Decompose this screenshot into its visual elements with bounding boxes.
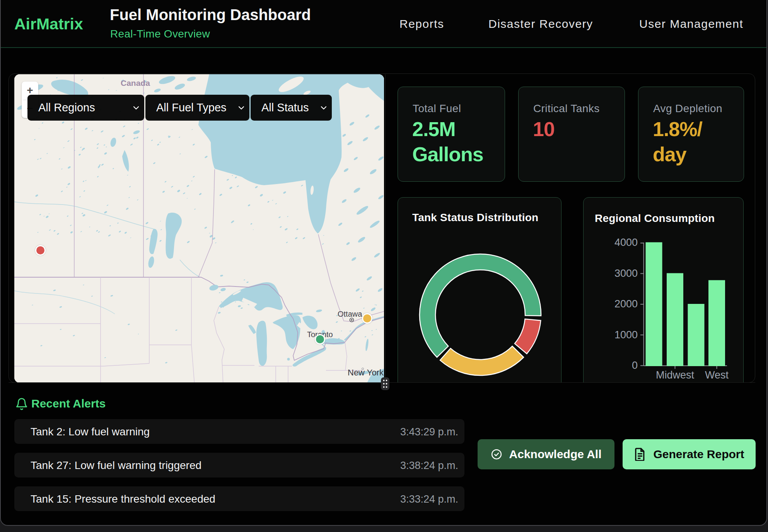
svg-text:1000: 1000: [614, 329, 638, 341]
svg-text:2000: 2000: [614, 298, 638, 310]
svg-text:4000: 4000: [614, 237, 638, 248]
svg-text:3000: 3000: [614, 268, 638, 279]
svg-text:0: 0: [632, 360, 638, 371]
svg-text:Midwest: Midwest: [656, 369, 695, 381]
svg-text:West: West: [705, 369, 729, 381]
